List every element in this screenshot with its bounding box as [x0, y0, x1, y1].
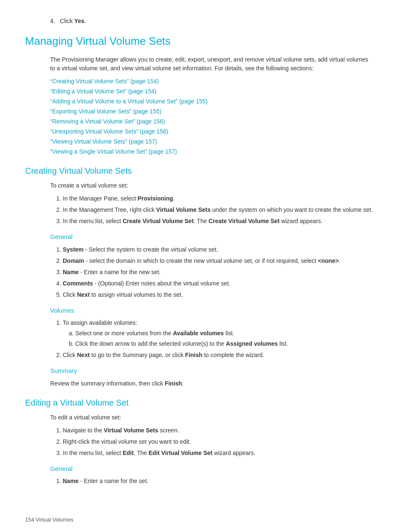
step-4-number: 4. Click: [50, 18, 74, 24]
cv-sub-a-text: Select one or more volumes from the: [75, 330, 173, 337]
cv-sub-a-bold: Available volumes: [173, 330, 224, 337]
creating-step-3-bold1: Create Virtual Volume Set: [123, 218, 194, 224]
editing-title: Editing a Virtual Volume Set: [25, 396, 374, 409]
creating-step-1-bold: Provisioning: [138, 195, 173, 202]
creating-volumes-item-1: To assign available volumes: Select one …: [63, 319, 374, 348]
link-creating[interactable]: “Creating Virtual Volume Sets” (page 154…: [50, 77, 374, 86]
cg-bold-5: Next: [77, 291, 90, 298]
editing-general-item-1: Name - Enter a name for the set.: [63, 477, 374, 486]
cv-sub-b-text: Click the down arrow to add the selected…: [75, 340, 226, 347]
creating-step-1-suffix: .: [173, 195, 175, 202]
link-editing[interactable]: “Editing a Virtual Volume Set” (page 154…: [50, 87, 374, 96]
link-viewing-single[interactable]: “Viewing a Single Virtual Volume Set” (p…: [50, 147, 374, 156]
cv-text-2-prefix: Click: [63, 352, 77, 358]
footer-text: 154 Virtual Volumes: [25, 517, 73, 523]
link-viewing[interactable]: “Viewing Virtual Volume Sets” (page 157): [50, 137, 374, 146]
editing-step-1-text: Navigate to the: [63, 427, 104, 434]
editing-general-list: Name - Enter a name for the set.: [63, 477, 374, 486]
managing-intro: The Provisioning Manager allows you to c…: [50, 55, 374, 73]
cg-text-5-prefix: Click: [63, 291, 77, 298]
editing-step-1: Navigate to the Virtual Volume Sets scre…: [63, 426, 374, 435]
creating-step-1: In the Manager Pane, select Provisioning…: [63, 194, 374, 203]
cg-text-5: to assign virtual volumes to the set.: [90, 291, 183, 298]
eg-bold-1: Name: [63, 478, 79, 484]
cv-sub-b-bold: Assigned volumes: [226, 340, 278, 347]
creating-general-item-2: Domain - select the domain in which to c…: [63, 257, 374, 265]
cg-bold-4: Comments: [63, 280, 93, 287]
link-adding[interactable]: “Adding a Virtual Volume to a Virtual Vo…: [50, 97, 374, 106]
editing-step-3: In the menu list, select Edit. The Edit …: [63, 449, 374, 457]
editing-step-3-bold1: Edit: [123, 450, 133, 456]
creating-general-item-5: Click Next to assign virtual volumes to …: [63, 290, 374, 299]
page: 4. Click Yes. Managing Virtual Volume Se…: [0, 0, 399, 532]
creating-step-3-middle: . The: [194, 218, 209, 224]
creating-summary-text: Review the summary information, then cli…: [50, 379, 374, 388]
creating-general-title: General: [50, 232, 374, 242]
creating-general-list: System - Select the system to create the…: [63, 245, 374, 299]
cv-sub-b-suffix: list.: [278, 340, 288, 347]
editing-step-2-text: Right-click the virtual volume set you w…: [63, 438, 191, 445]
cg-text-3: - Enter a name for the new set.: [79, 269, 161, 275]
editing-steps-list: Navigate to the Virtual Volume Sets scre…: [63, 426, 374, 457]
creating-step-2: In the Management Tree, right-click Virt…: [63, 206, 374, 214]
step-4-suffix: .: [84, 18, 86, 24]
cv-sub-a: Select one or more volumes from the Avai…: [75, 329, 374, 338]
summary-bold-finish: Finish: [165, 380, 182, 387]
cg-bold-1: System: [63, 246, 84, 253]
creating-volumes-list: To assign available volumes: Select one …: [63, 319, 374, 360]
editing-step-3-bold2: Edit Virtual Volume Set: [148, 450, 212, 456]
managing-title: Managing Virtual Volume Sets: [25, 33, 374, 49]
editing-step-2: Right-click the virtual volume set you w…: [63, 437, 374, 446]
step-4-bold: Yes: [74, 18, 84, 24]
creating-steps-list: In the Manager Pane, select Provisioning…: [63, 194, 374, 226]
creating-step-2-suffix: under the system on which you want to cr…: [211, 206, 373, 213]
summary-text-suffix: .: [182, 380, 184, 387]
editing-step-3-text: In the menu list, select: [63, 450, 123, 456]
cg-suffix-2: .: [339, 257, 340, 264]
managing-link-list: “Creating Virtual Volume Sets” (page 154…: [50, 77, 374, 156]
creating-intro: To create a virtual volume set:: [50, 181, 374, 190]
eg-text-1: - Enter a name for the set.: [79, 478, 148, 484]
creating-step-2-bold: Virtual Volume Sets: [156, 206, 210, 213]
cg-bold-3: Name: [63, 269, 79, 275]
cv-text-2-suffix: to complete the wizard.: [202, 352, 264, 358]
editing-step-3-middle: . The: [134, 450, 149, 456]
cv-text-1: To assign available volumes:: [63, 319, 137, 326]
creating-volumes-item-2: Click Next to go to the Summary page, or…: [63, 351, 374, 360]
cv-sub-b: Click the down arrow to add the selected…: [75, 339, 374, 348]
summary-text-prefix: Review the summary information, then cli…: [50, 380, 165, 387]
link-unexporting[interactable]: “Unexporting Virtual Volume Sets” (page …: [50, 127, 374, 136]
creating-step-3-text: In the menu list, select: [63, 218, 123, 224]
page-footer: 154 Virtual Volumes: [25, 516, 73, 524]
creating-step-1-text: In the Manager Pane, select: [63, 195, 138, 202]
cv-text-2-middle: to go to the Summary page, or click: [90, 352, 185, 358]
editing-general-title: General: [50, 464, 374, 474]
editing-step-1-suffix: screen.: [158, 427, 179, 434]
cg-text-2: - select the domain in which to create t…: [84, 257, 318, 264]
cv-sub-a-suffix: list.: [224, 330, 234, 337]
link-removing[interactable]: “Removing a Virtual Volume Set” (page 15…: [50, 117, 374, 126]
creating-volumes-title: Volumes: [50, 306, 374, 316]
creating-step-2-text: In the Management Tree, right-click: [63, 206, 156, 213]
editing-step-3-suffix: wizard appears.: [212, 450, 256, 456]
creating-general-item-1: System - Select the system to create the…: [63, 245, 374, 254]
creating-volumes-sub-list: Select one or more volumes from the Avai…: [75, 329, 374, 348]
creating-general-item-4: Comments - (Optional) Enter notes about …: [63, 279, 374, 288]
cg-bold-2: Domain: [63, 257, 84, 264]
cg-text-4: - (Optional) Enter notes about the virtu…: [93, 280, 230, 287]
link-exporting[interactable]: “Exporting Virtual Volume Sets” (page 15…: [50, 107, 374, 116]
creating-step-3-bold2: Create Virtual Volume Set: [209, 218, 280, 224]
editing-step-1-bold: Virtual Volume Sets: [104, 427, 158, 434]
cg-text-1: - Select the system to create the virtua…: [84, 246, 218, 253]
creating-title: Creating Virtual Volume Sets: [25, 164, 374, 177]
creating-step-3: In the menu list, select Create Virtual …: [63, 217, 374, 226]
cg-bold-2b: <none>: [318, 257, 339, 264]
editing-intro: To edit a virtual volume set:: [50, 413, 374, 422]
creating-step-3-suffix: wizard appears.: [279, 218, 322, 224]
creating-general-item-3: Name - Enter a name for the new set.: [63, 268, 374, 277]
creating-summary-title: Summary: [50, 366, 374, 376]
cv-bold-next: Next: [77, 352, 90, 358]
step-4-line: 4. Click Yes.: [50, 17, 374, 26]
cv-bold-finish: Finish: [185, 352, 202, 358]
